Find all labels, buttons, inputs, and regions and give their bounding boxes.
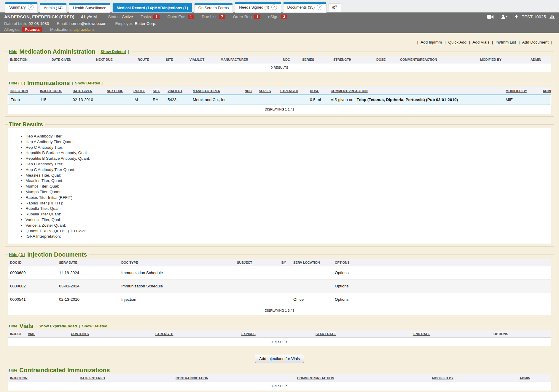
col-date-entered[interactable]: DATE ENTERED bbox=[77, 374, 173, 382]
popout-icon[interactable]: ↗ bbox=[271, 4, 277, 10]
col-site[interactable]: SITE bbox=[150, 87, 165, 95]
open-enc-badge[interactable]: 1 bbox=[188, 15, 194, 19]
col-modified-by[interactable]: MODIFIED BY bbox=[430, 374, 517, 382]
tab-admin[interactable]: Admin (14) bbox=[40, 3, 67, 12]
document-row[interactable]: 0000541 02-13-2010 Injection Office Opti… bbox=[8, 293, 551, 306]
video-camera-icon[interactable] bbox=[487, 15, 493, 19]
tab-needs-signed[interactable]: Needs Signed (4) ↗ bbox=[235, 2, 281, 12]
tab-settings[interactable]: ⚙⚙ bbox=[329, 4, 341, 12]
document-row[interactable]: 0000689 11-18-2024 Immunization Schedule… bbox=[8, 266, 551, 280]
injection-docs-hide-link[interactable]: Hide ( 3 ) bbox=[9, 252, 25, 257]
col-next-due[interactable]: NEXT DUE bbox=[94, 56, 135, 63]
inj-imm-list-link[interactable]: Inj/Imm List bbox=[496, 40, 516, 44]
col-next-due[interactable]: NEXT DUE bbox=[104, 87, 131, 95]
tab-health-surveillance[interactable]: Health Surveillance bbox=[69, 3, 110, 12]
col-by[interactable]: BY bbox=[279, 259, 291, 266]
col-injection[interactable]: INJECTION bbox=[8, 374, 77, 382]
col-contraindication[interactable]: CONTRAINDICATION bbox=[173, 374, 295, 382]
tab-summary[interactable]: Summary ↗ bbox=[5, 2, 37, 12]
tasks-badge[interactable]: 1 bbox=[153, 15, 160, 19]
vials-hide-link[interactable]: Hide bbox=[9, 324, 17, 328]
popout-icon[interactable]: ↗ bbox=[317, 4, 322, 10]
add-document-link[interactable]: Add Document bbox=[522, 40, 548, 44]
col-vial-lot[interactable]: VIAL/LOT bbox=[187, 56, 218, 63]
col-doc-id[interactable]: DOC ID bbox=[8, 259, 57, 266]
titer-list: Hep A Antibody Titer: Hep A Antibody Tit… bbox=[26, 134, 550, 239]
col-manufacturer[interactable]: MANUFACTURER bbox=[190, 87, 242, 95]
immunization-row-tdap[interactable]: Tdap 115 02-13-2010 IM RA 5423 Merck and… bbox=[8, 95, 551, 105]
contraindicated-hide-link[interactable]: Hide bbox=[9, 368, 17, 372]
add-vials-link[interactable]: Add Vials bbox=[472, 40, 489, 44]
titer-item: Varicella Zoster Quant: bbox=[26, 223, 550, 228]
col-series[interactable]: SERIES bbox=[300, 56, 331, 63]
med-admin-hide-link[interactable]: Hide bbox=[9, 49, 17, 54]
col-route[interactable]: ROUTE bbox=[131, 87, 150, 95]
col-date-given[interactable]: DATE GIVEN bbox=[49, 56, 94, 63]
immunizations-table: INJECTION INJECT CODE DATE GIVEN NEXT DU… bbox=[8, 87, 551, 114]
col-doc-type[interactable]: DOC TYPE bbox=[119, 259, 235, 266]
popout-icon[interactable]: ↗ bbox=[28, 4, 34, 10]
bar-chart-icon[interactable] bbox=[550, 15, 555, 19]
allergy-badge[interactable]: Peanuts bbox=[22, 27, 43, 32]
col-admin[interactable]: ADMIN bbox=[528, 56, 551, 63]
col-end-date[interactable]: END DATE bbox=[411, 330, 491, 338]
col-admin[interactable]: ADMIN bbox=[517, 374, 551, 382]
esign-badge[interactable]: 3 bbox=[281, 15, 287, 19]
col-strength[interactable]: STRENGTH bbox=[331, 56, 374, 63]
medications-value[interactable]: alprazolam bbox=[74, 27, 94, 32]
cell-manufacturer: Merck and Co., Inc. bbox=[190, 95, 242, 105]
col-serv-date[interactable]: SERV DATE bbox=[57, 259, 119, 266]
titer-item: Measles Titer, Quant: bbox=[26, 178, 550, 184]
col-injection[interactable]: INJECTION bbox=[8, 87, 38, 95]
vials-show-deleted-link[interactable]: Show Deleted bbox=[82, 324, 107, 328]
cell-doc-type: Injection bbox=[119, 293, 235, 306]
tab-on-screen-forms[interactable]: On Screen Forms bbox=[195, 3, 233, 12]
col-series[interactable]: SERIES bbox=[257, 87, 278, 95]
tab-documents[interactable]: Documents (35) ↗ bbox=[284, 2, 326, 12]
col-subject[interactable]: SUBJECT bbox=[235, 259, 279, 266]
document-row[interactable]: 0000682 03-01-2024 Immunization Schedule… bbox=[8, 280, 551, 293]
med-admin-show-deleted-link[interactable]: Show Deleted bbox=[101, 49, 126, 54]
vials-show-expired-link[interactable]: Show Expired/Ended bbox=[39, 324, 77, 328]
titer-item: Rabies Titer Initial (RFFIT): bbox=[26, 195, 550, 201]
col-ndc[interactable]: NDC bbox=[242, 87, 257, 95]
order-req-badge[interactable]: 1 bbox=[254, 15, 260, 19]
col-modified-by[interactable]: MODIFIED BY bbox=[478, 56, 528, 63]
col-strength[interactable]: STRENGTH bbox=[278, 87, 308, 95]
options-menu[interactable]: Options bbox=[332, 280, 551, 293]
col-comments[interactable]: COMMENTS/REACTION bbox=[398, 56, 478, 63]
col-serv-location[interactable]: SERV LOCATION bbox=[291, 259, 332, 266]
options-menu[interactable]: Options bbox=[332, 266, 551, 280]
options-menu[interactable]: Options bbox=[332, 293, 551, 306]
due-list-badge[interactable]: 7 bbox=[219, 15, 225, 19]
col-ndc[interactable]: NDC bbox=[281, 56, 300, 63]
col-dose[interactable]: DOSE bbox=[374, 56, 398, 63]
add-person-icon[interactable] bbox=[501, 15, 507, 19]
titer-item: Rabies Titer (RFFIT): bbox=[26, 201, 550, 206]
col-route[interactable]: ROUTE bbox=[135, 56, 163, 63]
col-start-date[interactable]: START DATE bbox=[313, 330, 411, 338]
col-comments[interactable]: COMMENTS/REACTION bbox=[328, 87, 503, 95]
immunizations-show-deleted-link[interactable]: Show Deleted bbox=[75, 81, 100, 85]
col-vial-lot[interactable]: VIAL/LOT bbox=[165, 87, 190, 95]
col-injection[interactable]: INJECTION bbox=[8, 56, 49, 63]
col-expires[interactable]: EXPIRES bbox=[239, 330, 313, 338]
add-injections-for-vials-button[interactable]: Add Injections for Vials bbox=[255, 355, 304, 363]
col-contents[interactable]: CONTENTS bbox=[69, 330, 153, 338]
tab-medical-record-active[interactable]: Medical Record (14):MAR/Injections (1) bbox=[113, 3, 192, 12]
col-modified-by[interactable]: MODIFIED BY bbox=[503, 87, 540, 95]
add-inj-imm-link[interactable]: Add Inj/Imm bbox=[421, 40, 442, 44]
col-vial[interactable]: VIAL bbox=[26, 330, 69, 338]
col-date-given[interactable]: DATE GIVEN bbox=[70, 87, 104, 95]
col-admin[interactable]: ADMIN bbox=[540, 87, 551, 95]
quick-add-link[interactable]: Quick Add bbox=[448, 40, 466, 44]
immunizations-hide-link[interactable]: Hide ( 1 ) bbox=[9, 81, 25, 85]
col-comments[interactable]: COMMENTS/REACTION bbox=[295, 374, 430, 382]
col-inject-code[interactable]: INJECT CODE bbox=[38, 87, 70, 95]
col-options[interactable]: OPTIONS bbox=[332, 259, 551, 266]
lightning-bolt-icon[interactable] bbox=[515, 15, 518, 19]
col-site[interactable]: SITE bbox=[163, 56, 187, 63]
col-strength[interactable]: STRENGTH bbox=[153, 330, 239, 338]
col-manufacturer[interactable]: MANUFACTURER bbox=[218, 56, 281, 63]
col-dose[interactable]: DOSE bbox=[308, 87, 328, 95]
